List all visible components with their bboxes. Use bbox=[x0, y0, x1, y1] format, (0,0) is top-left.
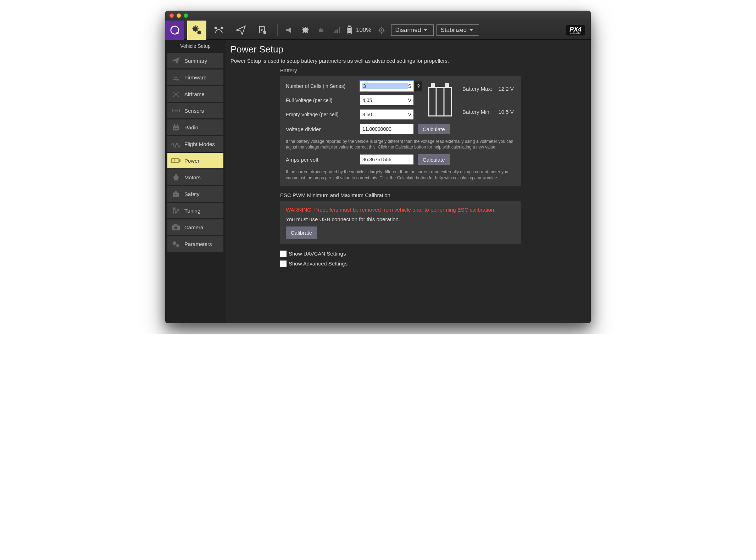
empty-voltage-input[interactable]: 3.50 V bbox=[360, 110, 413, 119]
show-advanced-row[interactable]: Show Advanced Settings bbox=[280, 261, 584, 267]
sidebar-item-label: Parameters bbox=[184, 241, 212, 247]
voltage-divider-input[interactable]: 11.00000000 bbox=[360, 124, 413, 134]
battery-max-value: 12.2 V bbox=[498, 86, 516, 92]
toolbar-sep bbox=[277, 24, 278, 36]
svg-point-11 bbox=[322, 30, 323, 31]
show-uavcan-row[interactable]: Show UAVCAN Settings bbox=[280, 251, 584, 257]
sidebar-item-flight-modes[interactable]: Flight Modes bbox=[167, 136, 223, 152]
svg-rect-43 bbox=[178, 177, 179, 178]
mission-plan-tab[interactable]: AB bbox=[209, 21, 228, 40]
battery-min-value: 10.5 V bbox=[498, 109, 516, 115]
svg-rect-52 bbox=[174, 224, 177, 226]
analyze-tab[interactable] bbox=[253, 21, 272, 40]
close-window-icon[interactable] bbox=[169, 13, 174, 18]
svg-point-34 bbox=[174, 128, 176, 129]
svg-point-53 bbox=[174, 226, 177, 229]
sensors-icon bbox=[171, 106, 181, 116]
calculate-apv-button[interactable]: Calculate bbox=[418, 154, 450, 165]
esc-panel: WARNING: Propellers must be removed from… bbox=[280, 201, 521, 244]
uavcan-checkbox[interactable] bbox=[280, 251, 287, 257]
svg-point-35 bbox=[176, 128, 178, 129]
sidebar-item-label: Motors bbox=[184, 174, 201, 180]
top-toolbar: AB 100% Disarmed bbox=[165, 21, 591, 40]
announcement-icon[interactable] bbox=[283, 21, 296, 40]
cells-help-button[interactable]: ? bbox=[415, 82, 422, 91]
gps-icon[interactable] bbox=[299, 21, 313, 40]
sidebar-item-firmware[interactable]: Firmware bbox=[167, 69, 223, 85]
svg-point-25 bbox=[381, 29, 382, 30]
svg-rect-36 bbox=[174, 124, 175, 126]
chevron-down-icon bbox=[469, 29, 473, 31]
svg-rect-23 bbox=[348, 32, 351, 33]
sidebar-item-radio[interactable]: Radio bbox=[167, 119, 223, 135]
svg-rect-17 bbox=[339, 27, 340, 33]
power-icon bbox=[171, 156, 181, 166]
gps-lock-icon bbox=[375, 21, 388, 40]
chevron-down-icon bbox=[424, 29, 427, 31]
svg-rect-22 bbox=[348, 31, 351, 32]
calibrate-button[interactable]: Calibrate bbox=[286, 226, 317, 239]
svg-rect-19 bbox=[348, 26, 350, 27]
amps-per-volt-label: Amps per volt bbox=[286, 157, 360, 163]
svg-rect-45 bbox=[175, 191, 177, 192]
svg-text:B: B bbox=[222, 27, 223, 29]
svg-rect-16 bbox=[337, 29, 338, 33]
flight-mode-dropdown[interactable]: Stabilized bbox=[437, 24, 479, 36]
svg-point-55 bbox=[176, 244, 179, 247]
sidebar-item-camera[interactable]: Camera bbox=[167, 219, 223, 235]
svg-rect-12 bbox=[320, 28, 321, 29]
empty-voltage-label: Empty Voltage (per cell) bbox=[286, 112, 360, 117]
sidebar-item-parameters[interactable]: Parameters bbox=[167, 236, 223, 252]
battery-stats: Battery Max: 12.2 V Battery Min: 10.5 V bbox=[462, 86, 516, 115]
sidebar-item-motors[interactable]: Motors bbox=[167, 169, 223, 185]
page-description: Power Setup is used to setup battery par… bbox=[230, 58, 584, 64]
sidebar-item-power[interactable]: Power bbox=[167, 153, 223, 168]
sidebar-item-airframe[interactable]: Airframe bbox=[167, 86, 223, 102]
battery-status: 100% bbox=[345, 21, 372, 40]
app-window: AB 100% Disarmed bbox=[165, 11, 591, 323]
sidebar-item-sensors[interactable]: Sensors bbox=[167, 103, 223, 118]
svg-rect-38 bbox=[172, 158, 179, 162]
maximize-window-icon[interactable] bbox=[184, 13, 188, 18]
svg-point-10 bbox=[320, 30, 321, 31]
svg-point-48 bbox=[173, 208, 174, 210]
svg-rect-41 bbox=[175, 174, 177, 176]
svg-rect-60 bbox=[446, 85, 449, 88]
apv-help-text: If the current draw reported by the vehi… bbox=[286, 169, 516, 180]
calculate-divider-button[interactable]: Calculate bbox=[418, 124, 450, 134]
esc-warning: WARNING: Propellers must be removed from… bbox=[286, 206, 516, 213]
vehicle-setup-tab[interactable] bbox=[187, 21, 206, 40]
amps-per-volt-input[interactable]: 36.36751556 bbox=[360, 155, 413, 164]
sidebar-item-safety[interactable]: Safety bbox=[167, 186, 223, 202]
signal-icon bbox=[332, 21, 343, 40]
svg-rect-15 bbox=[335, 30, 337, 33]
motors-icon bbox=[171, 172, 181, 182]
safety-icon bbox=[171, 189, 181, 199]
svg-point-32 bbox=[176, 110, 177, 111]
sidebar-item-tuning[interactable]: Tuning bbox=[167, 203, 223, 218]
armed-state-dropdown[interactable]: Disarmed bbox=[391, 24, 434, 36]
qgc-logo-icon[interactable] bbox=[165, 21, 184, 40]
battery-min-label: Battery Min: bbox=[462, 109, 494, 115]
fly-tab[interactable] bbox=[231, 21, 250, 40]
esc-section-label: ESC PWM Minimum and Maximum Calibration bbox=[280, 192, 584, 198]
cells-label: Number of Cells (in Series) bbox=[286, 83, 360, 89]
svg-rect-21 bbox=[348, 29, 351, 30]
rc-icon bbox=[316, 21, 329, 40]
advanced-checkbox[interactable] bbox=[280, 261, 287, 267]
flight-modes-icon bbox=[171, 139, 181, 149]
cells-input[interactable]: 3 S bbox=[360, 81, 413, 91]
divider-help-text: If the battery voltage reported by the v… bbox=[286, 139, 516, 150]
minimize-window-icon[interactable] bbox=[177, 13, 181, 18]
sidebar-item-label: Tuning bbox=[184, 208, 200, 214]
svg-rect-42 bbox=[173, 177, 174, 178]
svg-point-2 bbox=[197, 30, 201, 34]
radio-icon bbox=[171, 122, 181, 132]
sidebar-item-summary[interactable]: Summary bbox=[167, 53, 223, 68]
battery-pct: 100% bbox=[356, 27, 371, 34]
tuning-icon bbox=[171, 206, 181, 215]
camera-icon bbox=[171, 222, 181, 232]
svg-point-49 bbox=[175, 211, 177, 213]
parameters-icon bbox=[171, 239, 181, 249]
full-voltage-input[interactable]: 4.05 V bbox=[360, 95, 413, 105]
